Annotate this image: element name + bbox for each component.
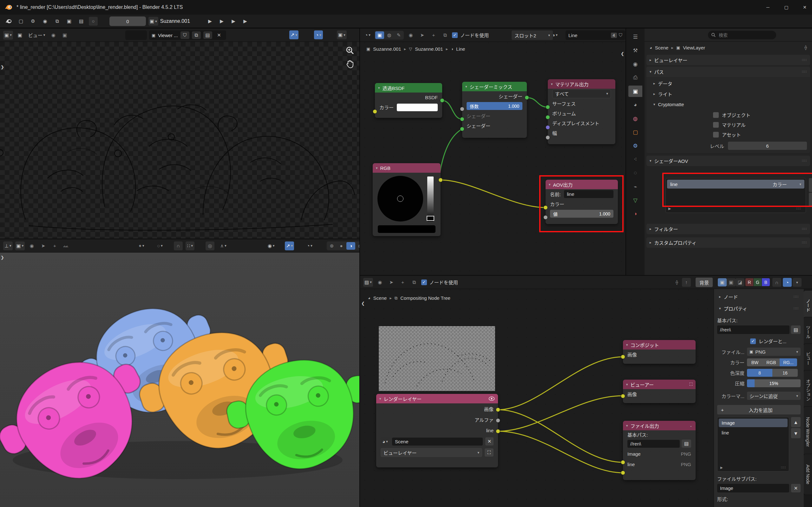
- sidebar-tab-node[interactable]: ノード: [803, 290, 812, 321]
- copy-icon[interactable]: ⧉: [410, 278, 419, 287]
- aov-value-slider[interactable]: 値 1.000: [550, 210, 613, 218]
- add-node-icon[interactable]: +: [398, 278, 407, 287]
- pan-hand-icon[interactable]: [346, 60, 354, 68]
- properties-tab-material-icon[interactable]: ◑: [628, 208, 642, 220]
- subpath-field[interactable]: Image: [717, 484, 789, 493]
- image-input-socket[interactable]: [621, 354, 625, 359]
- depth-16-button[interactable]: 16: [772, 369, 798, 377]
- aov-list-grip[interactable]: ∷∷: [796, 207, 801, 211]
- displacement-input-socket[interactable]: [546, 125, 550, 130]
- backdrop-color-icon[interactable]: ▣: [718, 278, 727, 286]
- material-user-count[interactable]: 4: [611, 33, 617, 38]
- mix-shader-node[interactable]: ▾ シェーダーミックス シェーダー 係数 1.000 シェーダー シェーダー: [462, 82, 527, 138]
- base-path-field[interactable]: //ren\: [717, 326, 790, 334]
- base-path-field[interactable]: //ren\: [627, 440, 680, 448]
- object-type-icon[interactable]: ▣ ▾: [148, 17, 158, 26]
- output-target-dropdown[interactable]: すべて ▾: [552, 89, 611, 98]
- image-datablock-selector[interactable]: ▣ Viewer ... ⛉ ⧉ ▤ ✕: [149, 31, 226, 40]
- panel-properties[interactable]: ▾ プロパティ ∷∷: [716, 303, 802, 314]
- unlink-image-icon[interactable]: ✕: [215, 32, 223, 39]
- color-bw-button[interactable]: BW: [747, 358, 763, 366]
- panel-passes[interactable]: ▾ パス ∷∷: [647, 66, 810, 77]
- snap-magnet-icon[interactable]: ∩: [174, 241, 183, 250]
- shading-material-icon[interactable]: ◑: [346, 242, 355, 250]
- region-collapse-arrow[interactable]: ❮: [361, 301, 365, 306]
- active-object-selector[interactable]: ▣ ▾ Suzanne.001: [148, 16, 190, 26]
- render-single-layer-button[interactable]: ⛶: [485, 448, 494, 457]
- close-button[interactable]: ✕: [798, 0, 812, 14]
- pivot-point-icon[interactable]: ◌ ▾: [155, 241, 164, 250]
- backdrop-alpha-icon[interactable]: ▣: [727, 278, 735, 286]
- rgb-node[interactable]: ▾ RGB: [373, 163, 441, 236]
- compression-slider[interactable]: 15%: [747, 379, 801, 387]
- sidebar-tab-view[interactable]: ビュー: [803, 343, 812, 374]
- use-nodes-checkbox[interactable]: ✓: [452, 32, 458, 38]
- render-camera-icon[interactable]: ◉: [41, 17, 49, 26]
- view-layer-dropdown[interactable]: ビューレイヤー ▾: [380, 448, 482, 457]
- use-nodes-checkbox[interactable]: ✓: [421, 279, 427, 285]
- maximize-button[interactable]: ▢: [779, 0, 794, 14]
- shading-wireframe-icon[interactable]: ⊕: [327, 242, 336, 250]
- bsdf-output-socket[interactable]: [440, 98, 444, 103]
- world-context-icon[interactable]: ◍: [385, 32, 394, 39]
- volume-input-socket[interactable]: [546, 115, 550, 119]
- aov-output-node[interactable]: ▾ AOV出力 名前: line カラー 値 1.000: [546, 180, 618, 224]
- properties-tab-modifiers-icon[interactable]: ⚙: [628, 140, 642, 152]
- frame-number-field[interactable]: 0: [109, 16, 146, 26]
- new-file-icon[interactable]: ▢: [16, 17, 26, 26]
- properties-tab-data-icon[interactable]: ▽: [628, 194, 642, 206]
- backdrop-button[interactable]: 背景: [696, 278, 713, 287]
- crypto-asset-checkbox[interactable]: [713, 132, 719, 137]
- file-image-input-socket[interactable]: [621, 460, 625, 464]
- thickness-input-socket[interactable]: [546, 135, 550, 140]
- node-tool-icon[interactable]: ⚙: [29, 17, 38, 26]
- proportional-edit-icon[interactable]: ◎: [206, 241, 214, 250]
- snap-magnet-icon[interactable]: ∩: [772, 278, 781, 287]
- play-button-1[interactable]: ▶: [206, 17, 214, 26]
- color-rgba-button[interactable]: RG...: [780, 358, 797, 366]
- image-output-socket[interactable]: [496, 407, 500, 412]
- value-slider-handle[interactable]: [426, 216, 434, 221]
- circle-icon[interactable]: ○: [89, 17, 98, 26]
- select-cursor-icon[interactable]: ➤: [387, 278, 396, 287]
- scene-selector-icon[interactable]: ◕▾: [380, 437, 390, 446]
- image-editor-canvas[interactable]: ❯: [0, 42, 359, 239]
- breadcrumb-scene[interactable]: Scene: [373, 295, 387, 301]
- add-input-button[interactable]: + 入力を追加: [717, 405, 801, 414]
- breadcrumb-object[interactable]: Suzanne.001: [373, 46, 401, 52]
- color-management-dropdown[interactable]: シーンに追従 ▾: [747, 392, 801, 400]
- browse-folder-button[interactable]: ▤: [681, 440, 691, 448]
- value-slider[interactable]: [427, 176, 434, 222]
- fac-input-socket[interactable]: [460, 107, 464, 111]
- panel-cryptomatte[interactable]: ▾ Cryptomatte: [647, 99, 810, 110]
- sidebar-tab-tool[interactable]: ツール: [803, 317, 812, 347]
- copy-icon[interactable]: ⧉: [53, 17, 61, 26]
- camera-icon[interactable]: ◉: [27, 241, 36, 250]
- panel-filter[interactable]: ▸ フィルター ∷∷: [647, 224, 810, 234]
- snap-options-chevron[interactable]: ▾: [793, 278, 802, 287]
- material-output-node[interactable]: ▾ マテリアル出力 すべて ▾ サーフェス ボリューム ディスプレイスメント 幅: [548, 79, 615, 144]
- channel-g-button[interactable]: G: [754, 278, 762, 286]
- duplicate-image-icon[interactable]: ⧉: [192, 32, 201, 39]
- properties-tab-viewlayer-icon[interactable]: ▣: [628, 86, 642, 97]
- display-channels-icon[interactable]: ▣▾: [337, 31, 347, 39]
- properties-tab-tool-icon[interactable]: ⚒: [628, 45, 642, 56]
- render-toggle-checkbox[interactable]: ✓: [750, 338, 756, 344]
- shader1-input-socket[interactable]: [460, 117, 464, 121]
- aov-remove-button[interactable]: −: [809, 193, 812, 207]
- depth-8-button[interactable]: 8: [747, 369, 772, 377]
- shader-type-sphere-icon[interactable]: ◔ ▾: [363, 31, 372, 40]
- image-input-socket[interactable]: [621, 394, 625, 398]
- slot-selector[interactable]: スロット2 ▾: [512, 31, 553, 40]
- properties-tab-particles-icon[interactable]: ⁖: [628, 154, 642, 165]
- editor-type-3d-icon[interactable]: ⊥ ▾: [3, 241, 13, 250]
- panel-data[interactable]: ▸ データ: [647, 78, 810, 89]
- render-layers-node[interactable]: ▾ レンダーレイヤー 画像 アルファ line ◕▾ Scene ✕ ビューレイ…: [376, 394, 498, 467]
- slot-move-down-button[interactable]: ▼: [791, 428, 801, 438]
- channel-b-button[interactable]: B: [762, 278, 770, 286]
- panel-node[interactable]: ▸ ノード ∷∷: [716, 291, 802, 302]
- shading-rendered-icon[interactable]: ◍: [356, 242, 359, 250]
- aov-item-type[interactable]: カラー: [772, 181, 786, 187]
- copy-material-icon[interactable]: ⧉: [441, 31, 450, 40]
- falloff-curve-icon[interactable]: ∧ ▾: [219, 241, 228, 250]
